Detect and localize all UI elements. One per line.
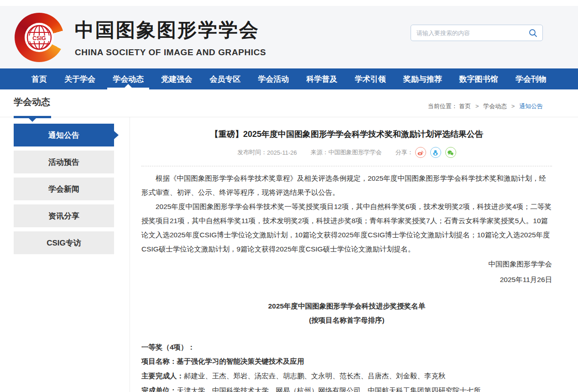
paragraph: 2025年度中国图象图形学学会科学技术奖一等奖授奖项目12项，其中自然科学奖6项… [141,199,552,256]
brand-subtitle: CHINA SOCIETY OF IMAGE AND GRAPHICS [75,47,266,57]
org-value: 天津大学、中国科学技术大学、网易（杭州）网络有限公司、中国航天科工集团第四研究院… [177,387,481,392]
source-value: 中国图象图形学学会 [328,148,382,157]
people-value: 郝建业、王杰、郑岩、汤宏垚、胡志鹏、文永明、范长杰、吕唐杰、刘金毅、李克秋 [184,372,446,380]
article-title: 【重磅】2025年度中国图象图形学学会科学技术奖和激励计划评选结果公告 [141,128,552,140]
nav-item-library[interactable]: 数字图书馆 [454,68,504,89]
breadcrumb-separator: > [511,103,515,110]
main-nav: 首页 关于学会 学会动态 党建强会 会员专区 学会活动 科学普及 学术引领 奖励… [0,68,578,89]
main-area: 通知公告 活动预告 学会新闻 资讯分享 CSIG专访 【重磅】2025年度中国图… [0,117,578,392]
article-meta: 发布时间： 2025-11-26 来源： 中国图象图形学学会 分享： [141,147,552,158]
share: 分享： [396,147,456,158]
qq-share-icon[interactable] [430,147,441,158]
site-header: CSIG 中国图象图形学学会 CHINA SOCIETY OF IMAGE AN… [0,6,578,68]
nav-item-party[interactable]: 党建强会 [156,68,198,89]
source: 来源： 中国图象图形学学会 [311,148,382,157]
share-label: 分享： [396,148,413,157]
nav-item-activities[interactable]: 学会活动 [252,68,294,89]
entry-project-name: 项目名称：基于强化学习的智能决策关键技术及应用 [141,354,552,369]
breadcrumb-current[interactable]: 通知公告 [519,103,543,110]
people-label: 主要完成人： [141,372,184,380]
weibo-share-icon[interactable] [415,147,426,158]
brand-text: 中国图象图形学学会 CHINA SOCIETY OF IMAGE AND GRA… [75,17,266,57]
section-bar: 学会动态 当前位置： 首页 > 学会动态 > 通知公告 [0,89,578,117]
project-name-value: 基于强化学习的智能决策关键技术及应用 [177,357,304,365]
breadcrumb: 当前位置： 首页 > 学会动态 > 通知公告 [428,102,543,110]
award-subheading: (按项目名称首字母排序) [141,313,552,327]
signoff-date: 2025年11月26日 [141,272,552,287]
sidebar-item-notices[interactable]: 通知公告 [14,124,114,146]
entry-people: 主要完成人：郝建业、王杰、郑岩、汤宏垚、胡志鹏、文永明、范长杰、吕唐杰、刘金毅、… [141,369,552,383]
paragraph: 根据《中国图象图形学学会科学技术奖章程》及相关评选条例规定，2025年度中国图象… [141,171,552,199]
publish-date: 2025-11-26 [267,149,297,156]
search-input[interactable] [417,30,529,37]
nav-item-awards[interactable]: 奖励与推荐 [398,68,448,89]
top-margin [0,0,578,6]
article: 【重磅】2025年度中国图象图形学学会科学技术奖和激励计划评选结果公告 发布时间… [130,117,578,392]
search-icon[interactable] [529,28,538,37]
signoff-org: 中国图象图形学学会 [141,257,552,272]
entry-org: 完成单位：天津大学、中国科学技术大学、网易（杭州）网络有限公司、中国航天科工集团… [141,383,552,392]
nav-item-news[interactable]: 学会动态 [107,68,149,89]
sidebar-item-info-share[interactable]: 资讯分享 [14,204,114,227]
breadcrumb-separator: > [475,103,479,110]
nav-item-science[interactable]: 科学普及 [301,68,343,89]
award-heading: 2025年度中国图象图形学学会科技进步奖授奖名单 [141,299,552,313]
svg-text:CSIG: CSIG [32,35,46,42]
nav-item-home[interactable]: 首页 [26,68,52,89]
nav-item-about[interactable]: 关于学会 [59,68,101,89]
dotted-divider [141,166,552,167]
breadcrumb-home[interactable]: 首页 [459,103,471,110]
sidebar-item-society-news[interactable]: 学会新闻 [14,178,114,200]
search-box [411,25,543,41]
publish-label: 发布时间： [237,148,267,157]
brand-title: 中国图象图形学学会 [75,17,266,43]
publish-time: 发布时间： 2025-11-26 [237,148,297,157]
article-body: 根据《中国图象图形学学会科学技术奖章程》及相关评选条例规定，2025年度中国图象… [141,171,552,392]
page-title: 学会动态 [14,96,50,108]
section-underline [14,116,51,118]
wechat-share-icon[interactable] [445,147,456,158]
breadcrumb-news[interactable]: 学会动态 [483,103,507,110]
breadcrumb-label: 当前位置： [428,103,458,110]
nav-item-academic[interactable]: 学术引领 [349,68,391,89]
award-grade: 一等奖（4项）： [141,340,552,354]
sidebar-item-previews[interactable]: 活动预告 [14,151,114,173]
project-name-label: 项目名称： [141,357,177,365]
sidebar-item-csig-interview[interactable]: CSIG专访 [14,231,114,254]
logo-globe-icon: CSIG [26,24,53,51]
csig-logo[interactable]: CSIG [14,12,65,63]
org-label: 完成单位： [141,387,177,392]
nav-item-members[interactable]: 会员专区 [204,68,246,89]
nav-item-publications[interactable]: 学会刊物 [510,68,552,89]
source-label: 来源： [311,148,328,157]
sidebar: 通知公告 活动预告 学会新闻 资讯分享 CSIG专访 [0,117,130,392]
